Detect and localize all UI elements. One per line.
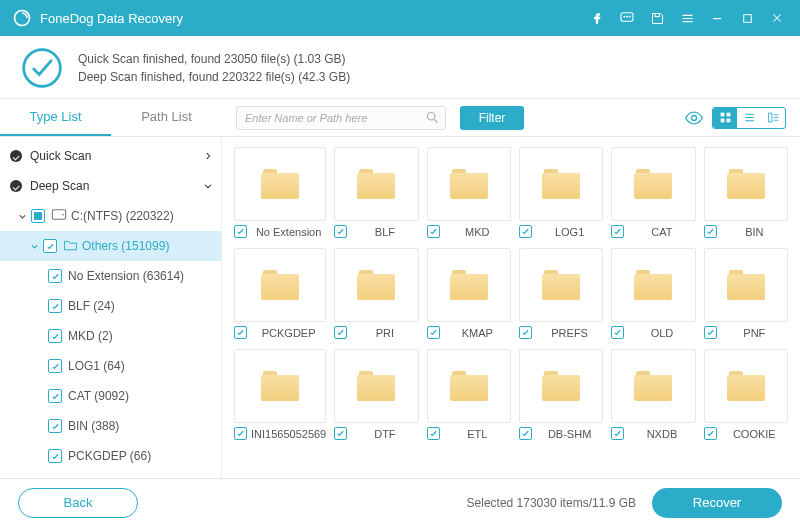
checkbox-icon[interactable] <box>611 427 624 440</box>
checkbox-icon[interactable] <box>48 269 62 283</box>
svg-rect-6 <box>743 14 751 22</box>
sidebar-item-filetype[interactable]: CAT (9092) <box>0 381 221 411</box>
sidebar-item-filetype[interactable]: LOG1 (64) <box>0 351 221 381</box>
checkbox-icon[interactable] <box>48 299 62 313</box>
folder-cell[interactable]: COOKIE <box>704 349 788 440</box>
sidebar-item-filetype[interactable]: BIN (388) <box>0 411 221 441</box>
folder-name: DTF <box>351 428 418 440</box>
preview-icon[interactable] <box>682 106 706 130</box>
checkbox-icon[interactable] <box>519 427 532 440</box>
title-bar: FoneDog Data Recovery <box>0 0 800 36</box>
tab-path-list[interactable]: Path List <box>111 99 222 136</box>
folder-icon <box>261 169 299 199</box>
list-view-icon[interactable] <box>737 108 761 128</box>
checkbox-icon[interactable] <box>48 419 62 433</box>
sidebar-item-drive[interactable]: C:(NTFS) (220322) <box>0 201 221 231</box>
sidebar-item-label: No Extension (63614) <box>68 269 213 283</box>
folder-cell[interactable]: PREFS <box>519 248 603 339</box>
quick-scan-status: Quick Scan finished, found 23050 file(s)… <box>78 50 350 68</box>
checkbox-icon[interactable] <box>519 326 532 339</box>
folder-thumbnail <box>611 248 695 322</box>
checkbox-icon[interactable] <box>611 225 624 238</box>
facebook-icon[interactable] <box>584 5 610 31</box>
folder-cell[interactable]: ETL <box>427 349 511 440</box>
folder-thumbnail <box>519 349 603 423</box>
checkbox-icon[interactable] <box>704 326 717 339</box>
checkbox-icon[interactable] <box>48 359 62 373</box>
checkbox-icon[interactable] <box>334 225 347 238</box>
folder-thumbnail <box>334 349 418 423</box>
sidebar-item-filetype[interactable]: PCKGDEP (66) <box>0 441 221 471</box>
checkbox-icon[interactable] <box>519 225 532 238</box>
scan-status: Quick Scan finished, found 23050 file(s)… <box>0 36 800 99</box>
checkbox-icon[interactable] <box>48 329 62 343</box>
filter-button[interactable]: Filter <box>460 106 524 130</box>
tab-type-list[interactable]: Type List <box>0 99 111 136</box>
search-icon[interactable] <box>425 110 440 128</box>
folder-name: PRI <box>351 327 418 339</box>
checkbox-icon[interactable] <box>234 427 247 440</box>
search-input[interactable] <box>236 106 446 130</box>
svg-rect-12 <box>720 119 724 123</box>
close-icon[interactable] <box>764 5 790 31</box>
file-grid: No ExtensionBLFMKDLOG1CATBINPCKGDEPPRIKM… <box>222 137 800 478</box>
folder-cell[interactable]: KMAP <box>427 248 511 339</box>
folder-cell[interactable]: DTF <box>334 349 418 440</box>
folder-thumbnail <box>234 147 326 221</box>
recover-button[interactable]: Recover <box>652 488 782 518</box>
minimize-icon[interactable] <box>704 5 730 31</box>
sidebar-item-others[interactable]: Others (151099) <box>0 231 221 261</box>
checkbox-icon[interactable] <box>427 427 440 440</box>
folder-cell[interactable]: MKD <box>427 147 511 238</box>
sidebar-item-quick-scan[interactable]: Quick Scan <box>0 141 221 171</box>
folder-icon <box>357 270 395 300</box>
folder-cell[interactable]: PCKGDEP <box>234 248 326 339</box>
folder-cell[interactable]: No Extension <box>234 147 326 238</box>
checkbox-icon[interactable] <box>48 449 62 463</box>
sidebar-item-filetype[interactable]: MKD (2) <box>0 321 221 351</box>
checkbox-icon[interactable] <box>234 326 247 339</box>
back-button[interactable]: Back <box>18 488 138 518</box>
checkbox-icon[interactable] <box>334 427 347 440</box>
folder-cell[interactable]: NXDB <box>611 349 695 440</box>
folder-icon <box>450 169 488 199</box>
checkbox-icon[interactable] <box>611 326 624 339</box>
svg-point-8 <box>428 112 436 120</box>
save-icon[interactable] <box>644 5 670 31</box>
checkbox-icon[interactable] <box>48 389 62 403</box>
folder-name: LOG1 <box>536 226 603 238</box>
svg-point-4 <box>629 16 630 17</box>
svg-point-3 <box>626 16 627 17</box>
checkbox-icon[interactable] <box>234 225 247 238</box>
sidebar-item-deep-scan[interactable]: Deep Scan <box>0 171 221 201</box>
checkbox-icon[interactable] <box>43 239 57 253</box>
sidebar-item-filetype[interactable]: BLF (24) <box>0 291 221 321</box>
checkbox-icon[interactable] <box>704 225 717 238</box>
menu-icon[interactable] <box>674 5 700 31</box>
grid-view-icon[interactable] <box>713 108 737 128</box>
maximize-icon[interactable] <box>734 5 760 31</box>
folder-icon <box>634 371 672 401</box>
folder-cell[interactable]: DB-SHM <box>519 349 603 440</box>
feedback-icon[interactable] <box>614 5 640 31</box>
folder-cell[interactable]: INI1565052569 <box>234 349 326 440</box>
folder-cell[interactable]: OLD <box>611 248 695 339</box>
folder-cell[interactable]: PRI <box>334 248 418 339</box>
folder-name: NXDB <box>628 428 695 440</box>
sidebar-item-filetype[interactable]: No Extension (63614) <box>0 261 221 291</box>
svg-point-9 <box>692 115 697 120</box>
detail-view-icon[interactable] <box>761 108 785 128</box>
folder-cell[interactable]: CAT <box>611 147 695 238</box>
folder-cell[interactable]: PNF <box>704 248 788 339</box>
checkbox-icon[interactable] <box>704 427 717 440</box>
folder-cell[interactable]: BLF <box>334 147 418 238</box>
checkbox-icon[interactable] <box>31 209 45 223</box>
checkbox-icon[interactable] <box>427 326 440 339</box>
folder-cell[interactable]: LOG1 <box>519 147 603 238</box>
checkbox-icon[interactable] <box>334 326 347 339</box>
folder-name: COOKIE <box>721 428 788 440</box>
checkbox-icon[interactable] <box>427 225 440 238</box>
sidebar-item-label: LOG1 (64) <box>68 359 213 373</box>
folder-cell[interactable]: BIN <box>704 147 788 238</box>
sidebar-item-label: Quick Scan <box>30 149 203 163</box>
